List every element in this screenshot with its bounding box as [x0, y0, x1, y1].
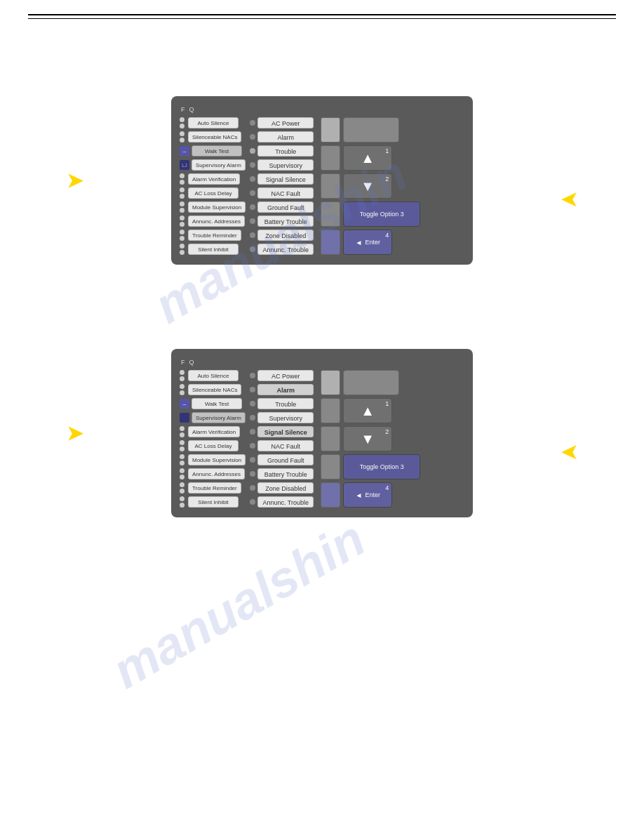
mid-dot-1-8 [250, 218, 255, 224]
nav-down-btn-2[interactable]: ▼ 2 [343, 426, 392, 451]
center-row-2-8: Battery Trouble [250, 468, 314, 479]
panel-2: F Q Auto Silence [171, 349, 473, 517]
dot-pair-1-7 [180, 201, 185, 213]
panel-row-1-1: Auto Silence [180, 117, 246, 128]
btn-ground-fault-2[interactable]: Ground Fault [257, 454, 314, 465]
dot-top-2-2 [180, 384, 185, 389]
dot-top-2-5 [180, 426, 185, 431]
btn-trouble-1[interactable]: Trouble [257, 145, 314, 157]
indicator-bar-arrow-2-1: – [183, 401, 186, 407]
dot-bot-2-10 [180, 503, 185, 508]
center-row-1-3: Trouble [250, 145, 314, 157]
center-row-1-1: AC Power [250, 117, 314, 128]
enter-btn-1[interactable]: ◄ Enter 4 [343, 230, 392, 255]
center-row-2-10: Annunc. Trouble [250, 496, 314, 508]
btn-silenceable-nacs-1[interactable]: Silenceable NACs [188, 131, 241, 143]
btn-zone-disabled-2[interactable]: Zone Disabled [257, 482, 314, 494]
sq-box-2-7 [321, 454, 340, 479]
second-rule [28, 18, 616, 19]
btn-signal-silence-2[interactable]: Signal Silence [257, 426, 314, 437]
dot-top-1-2 [180, 131, 185, 136]
sq-box-2-5 [321, 426, 340, 451]
btn-nac-fault-1[interactable]: NAC Fault [257, 187, 314, 199]
enter-arrow-2: ◄ [356, 491, 363, 499]
enter-num-1: 4 [385, 232, 389, 239]
btn-supervisory-1[interactable]: Supervisory [257, 159, 314, 171]
right-row-1-12 [321, 117, 420, 143]
dot-bot-2-2 [180, 390, 185, 395]
left-arrow-1: ➤ [67, 169, 83, 192]
enter-label-2: Enter [365, 491, 380, 498]
panel-row-1-3: – Walk Test [180, 145, 246, 157]
sq-box-1-1 [321, 117, 340, 143]
btn-auto-silence-2[interactable]: Auto Silence [188, 370, 239, 381]
btn-zone-disabled-1[interactable]: Zone Disabled [257, 230, 314, 241]
panel-row-2-2: Silenceable NACs [180, 384, 246, 395]
btn-alarm-1[interactable]: Alarm [257, 131, 314, 143]
btn-module-supervision-1[interactable]: Module Supervision [188, 201, 246, 213]
btn-ac-loss-delay-2[interactable]: AC Loss Delay [188, 440, 239, 451]
btn-alarm-2[interactable]: Alarm [257, 384, 314, 395]
nav-up-btn-1[interactable]: ▲ 1 [343, 145, 392, 171]
btn-silenceable-nacs-2[interactable]: Silenceable NACs [188, 384, 241, 395]
dot-top-1-6 [180, 187, 185, 192]
toggle-btn-1[interactable]: Toggle Option 3 [343, 201, 420, 227]
btn-annunc-trouble-1[interactable]: Annunc. Trouble [257, 244, 314, 255]
mid-dot-1-10 [250, 246, 255, 252]
btn-annunc-trouble-2[interactable]: Annunc. Trouble [257, 496, 314, 508]
btn-ac-power-1[interactable]: AC Power [257, 117, 314, 128]
btn-trouble-reminder-2[interactable]: Trouble Reminder [188, 482, 241, 494]
btn-nac-fault-2[interactable]: NAC Fault [257, 440, 314, 451]
dot-top-2-1 [180, 370, 185, 375]
dot-pair-1-2 [180, 131, 185, 143]
btn-walk-test-1[interactable]: Walk Test [192, 145, 242, 157]
center-row-1-5: Signal Silence [250, 173, 314, 185]
center-row-1-8: Battery Trouble [250, 216, 314, 227]
btn-annunc-addresses-2[interactable]: Annunc. Addresses [188, 468, 245, 479]
btn-battery-trouble-2[interactable]: Battery Trouble [257, 468, 314, 479]
btn-battery-trouble-1[interactable]: Battery Trouble [257, 216, 314, 227]
nav-up-btn-2[interactable]: ▲ 1 [343, 398, 392, 423]
nav-down-btn-1[interactable]: ▼ 2 [343, 173, 392, 199]
dot-bot-1-7 [180, 208, 185, 213]
btn-silent-inhibit-2[interactable]: Silent Inhibit [188, 496, 239, 508]
btn-alarm-verification-2[interactable]: Alarm Verification [188, 426, 240, 437]
indicator-bar-2: LJ [180, 160, 189, 170]
panel-center-col-2: AC Power Alarm Trouble [250, 370, 314, 508]
right-arrow-2: ➤ [561, 442, 577, 465]
right-row-2-12 [321, 370, 420, 395]
center-row-2-7: Ground Fault [250, 454, 314, 465]
sq-box-1-3 [321, 145, 340, 171]
btn-ac-loss-delay-1[interactable]: AC Loss Delay [188, 187, 239, 199]
btn-silent-inhibit-1[interactable]: Silent Inhibit [188, 244, 239, 255]
btn-walk-test-2[interactable]: Walk Test [192, 398, 242, 409]
btn-annunc-addresses-1[interactable]: Annunc. Addresses [188, 216, 245, 227]
panel-row-2-10: Silent Inhibit [180, 496, 246, 508]
dot-bot-2-7 [180, 461, 185, 465]
f-label-1: F [181, 106, 185, 113]
indicator-bar-label-2: LJ [182, 163, 187, 168]
panel-section-1: ➤ F Q Auto Silence [28, 96, 616, 265]
btn-signal-silence-1[interactable]: Signal Silence [257, 173, 314, 185]
toggle-label-2: Toggle Option 3 [360, 463, 404, 470]
right-row-1-56: ▼ 2 [321, 173, 420, 199]
center-row-2-6: NAC Fault [250, 440, 314, 451]
btn-ac-power-2[interactable]: AC Power [257, 370, 314, 381]
enter-btn-2[interactable]: ◄ Enter 4 [343, 482, 392, 508]
nav-up-num-1: 1 [385, 147, 389, 154]
btn-supervisory-alarm-1[interactable]: Supervisory Alarm [192, 159, 246, 171]
dot-top-1-8 [180, 216, 185, 220]
toggle-btn-2[interactable]: Toggle Option 3 [343, 454, 420, 479]
dot-top-1-7 [180, 201, 185, 206]
btn-supervisory-alarm-2[interactable]: Supervisory Alarm [192, 412, 246, 423]
dot-bot-1-9 [180, 236, 185, 241]
btn-supervisory-2[interactable]: Supervisory [257, 412, 314, 423]
btn-ground-fault-1[interactable]: Ground Fault [257, 201, 314, 213]
nav-down-num-1: 2 [385, 176, 389, 183]
btn-auto-silence-1[interactable]: Auto Silence [188, 117, 239, 128]
btn-module-supervision-2[interactable]: Module Supervision [188, 454, 246, 465]
panel-row-1-4: LJ Supervisory Alarm [180, 159, 246, 171]
btn-trouble-reminder-1[interactable]: Trouble Reminder [188, 230, 241, 241]
btn-trouble-2[interactable]: Trouble [257, 398, 314, 409]
btn-alarm-verification-1[interactable]: Alarm Verification [188, 173, 240, 185]
